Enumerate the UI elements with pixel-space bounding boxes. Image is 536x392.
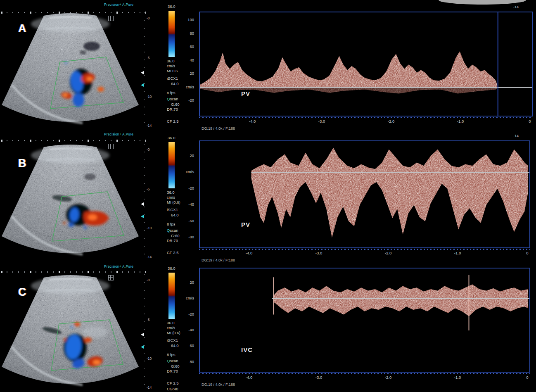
corner-depth-label: -14: [513, 5, 519, 9]
corner-depth-label: -14: [513, 134, 519, 138]
doppler-waveform: [200, 12, 532, 116]
x-tick-label: -3.0: [318, 119, 325, 124]
parameter-value: G:60: [171, 364, 180, 368]
x-axis: -4.0-3.0-2.0-1.00: [199, 251, 529, 257]
depth-ruler: -0-5-10-14: [140, 131, 159, 262]
y-tick-label: 80: [179, 31, 194, 36]
y-tick-label: 20: [179, 71, 194, 76]
x-axis: -4.0-3.0-2.0-1.00: [199, 119, 531, 125]
ultrasound-image-a: Precision+ A.Pure A: [0, 0, 140, 131]
depth-tick: [144, 329, 145, 330]
x-tick-label: 0: [526, 375, 528, 380]
depth-tick: [144, 298, 145, 299]
parameter-value: MI 0.6: [167, 69, 178, 73]
depth-tick: [144, 167, 145, 168]
panel-letter: A: [18, 22, 26, 35]
spectral-display: PV: [199, 140, 530, 248]
depth-label: -5: [147, 56, 150, 60]
y-axis: 10080604020cm/s-20: [182, 12, 197, 115]
horizontal-ruler: [1, 140, 146, 142]
x-tick-label: -4.0: [249, 119, 256, 124]
focus-marker-icon: [141, 333, 144, 336]
depth-ruler: -0-5-10-14: [140, 262, 159, 392]
horizontal-ruler: [1, 12, 146, 14]
y-tick-label: -20: [179, 186, 194, 190]
parameter-value: 8 fps: [167, 90, 176, 95]
parameter-value: CF 2.5: [167, 250, 179, 255]
parameter-value: DR:70: [167, 238, 178, 243]
depth-tick: [144, 12, 145, 13]
tgc-marker-icon: [141, 83, 144, 87]
depth-tick: [144, 152, 145, 152]
parameter-value: iSCX1: [167, 76, 178, 81]
depth-label: -14: [147, 124, 152, 128]
depth-tick: [144, 361, 145, 361]
parameter-value: cm/s: [167, 325, 175, 330]
colorbar-max-value: 36.0: [168, 4, 176, 9]
y-tick-label: -60: [179, 343, 194, 348]
depth-tick: [144, 314, 145, 314]
color-doppler-scale-icon: [168, 273, 175, 319]
panel-letter: B: [18, 157, 26, 170]
x-tick-label: -4.0: [246, 375, 252, 380]
panel-row-b: Precision+ A.Pure B -0-5-10-14 36.0 36.0…: [0, 131, 536, 262]
parameter-value: 8 fps: [167, 352, 176, 357]
x-tick-label: -2.0: [385, 251, 391, 255]
b-mode-fan: [0, 0, 140, 131]
depth-tick: [144, 246, 145, 247]
depth-tick: [144, 376, 145, 377]
focus-marker-icon: [141, 71, 144, 74]
y-tick-label: -40: [179, 202, 194, 207]
depth-tick: [144, 368, 145, 369]
x-tick-label: -4.0: [246, 251, 252, 255]
depth-tick: [144, 290, 145, 291]
depth-tick: [144, 274, 145, 275]
x-tick-label: -3.0: [315, 375, 322, 380]
panel-row-a: Precision+ A.Pure A -0-5-10-14 36.0 36.0…: [0, 0, 536, 131]
spectral-chart-a: -14 10080604020cm/s-20 PV -4.0-3.0-2.0-1…: [182, 0, 536, 131]
vessel-label: PV: [241, 90, 250, 97]
b-mode-fan: [0, 262, 140, 392]
parameter-value: cm/s: [167, 64, 175, 68]
depth-label: -5: [147, 318, 150, 322]
parameter-value: G:60: [171, 102, 180, 107]
depth-tick: [144, 254, 145, 254]
y-tick-label: -20: [179, 312, 194, 316]
ultrasound-image-b: Precision+ A.Pure B: [0, 131, 140, 262]
depth-tick: [144, 353, 145, 354]
parameter-value: Qscan: [167, 97, 178, 101]
depth-tick: [144, 183, 145, 184]
depth-tick: [144, 175, 145, 176]
y-tick-label: -60: [179, 219, 194, 223]
x-tick-label: -2.0: [385, 375, 391, 380]
depth-tick: [144, 107, 145, 107]
parameter-value: 36.0: [167, 59, 175, 63]
ultrasound-figure: Precision+ A.Pure A -0-5-10-14 36.0 36.0…: [0, 0, 536, 392]
depth-tick: [144, 67, 145, 68]
y-tick-label: -80: [179, 235, 194, 239]
parameter-value: DR:70: [167, 107, 178, 112]
depth-tick: [144, 36, 145, 37]
x-tick-label: 0: [529, 119, 531, 124]
colorbar-max-value: 36.0: [168, 266, 176, 271]
brand-label: Precision+ A.Pure: [104, 132, 145, 136]
depth-tick: [144, 28, 145, 29]
color-doppler-scale-icon: [168, 11, 175, 57]
panel-letter: C: [18, 286, 26, 299]
depth-tick: [144, 20, 145, 21]
y-tick-label: cm/s: [179, 85, 194, 89]
doppler-settings-text: DG:19 / 4.0k / F:188: [202, 258, 235, 262]
parameter-value: 64.0: [171, 81, 179, 86]
depth-tick: [144, 345, 145, 346]
tgc-marker-icon: [141, 345, 144, 349]
y-tick-label: -80: [179, 359, 194, 364]
y-tick-label: 20: [179, 153, 194, 158]
color-doppler-scale-icon: [168, 142, 175, 188]
depth-tick: [144, 99, 145, 100]
depth-label: -10: [147, 356, 152, 361]
focus-marker-icon: [141, 202, 144, 206]
y-tick-label: cm/s: [179, 296, 194, 300]
x-tick-label: -3.0: [315, 251, 322, 255]
parameter-value: DR:70: [167, 369, 178, 373]
x-tick-label: -1.0: [454, 375, 461, 380]
